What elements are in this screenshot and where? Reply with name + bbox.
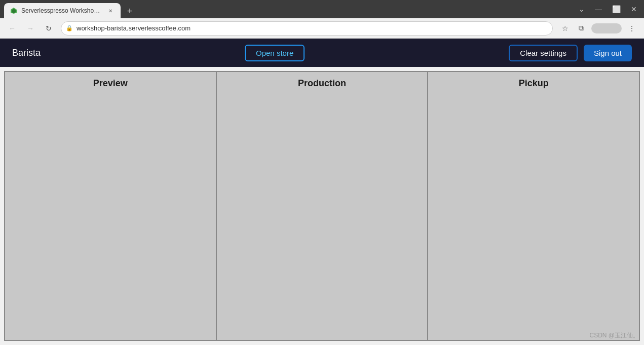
production-column: Production xyxy=(217,71,429,341)
header-actions: Clear settings Sign out xyxy=(509,45,632,61)
production-column-header: Production xyxy=(217,72,428,95)
browser-chrome: Serverlesspresso Workshop - Bar ✕ + ⌄ — … xyxy=(0,0,644,39)
active-tab[interactable]: Serverlesspresso Workshop - Bar ✕ xyxy=(4,3,121,18)
clear-settings-button[interactable]: Clear settings xyxy=(509,45,578,61)
main-content: Preview Production Pickup xyxy=(0,67,644,345)
tab-bar: Serverlesspresso Workshop - Bar ✕ + xyxy=(4,0,137,18)
preview-column-body xyxy=(5,95,216,340)
profile-button[interactable] xyxy=(591,23,622,33)
reload-button[interactable]: ↻ xyxy=(43,22,55,34)
app-header: Barista Open store Clear settings Sign o… xyxy=(0,39,644,67)
address-bar: ← → ↻ 🔒 workshop-barista.serverlesscoffe… xyxy=(0,18,644,39)
lock-icon: 🔒 xyxy=(66,25,73,31)
back-button[interactable]: ← xyxy=(6,22,18,34)
window-maximize-button[interactable]: ⬜ xyxy=(609,4,624,14)
split-view-button[interactable]: ⧉ xyxy=(575,22,587,34)
sign-out-button[interactable]: Sign out xyxy=(584,45,632,61)
open-store-button[interactable]: Open store xyxy=(245,45,305,61)
window-close-button[interactable]: ✕ xyxy=(628,4,640,14)
new-tab-button[interactable]: + xyxy=(123,4,137,18)
address-input[interactable]: workshop-barista.serverlesscoffee.com xyxy=(61,21,553,36)
window-controls: ⌄ — ⬜ ✕ xyxy=(576,4,640,14)
production-column-body xyxy=(217,95,428,340)
menu-button[interactable]: ⋮ xyxy=(626,22,638,34)
pickup-column-body xyxy=(428,95,639,340)
tab-favicon xyxy=(10,7,17,14)
preview-column-header: Preview xyxy=(5,72,216,95)
window-chevron-icon[interactable]: ⌄ xyxy=(576,4,588,14)
tab-title: Serverlesspresso Workshop - Bar xyxy=(21,7,102,14)
address-bar-wrapper: 🔒 workshop-barista.serverlesscoffee.com xyxy=(61,21,553,36)
bookmark-button[interactable]: ☆ xyxy=(559,22,571,34)
window-minimize-button[interactable]: — xyxy=(592,4,605,14)
header-center: Open store xyxy=(41,45,509,61)
pickup-column: Pickup xyxy=(428,71,640,341)
tab-close-button[interactable]: ✕ xyxy=(106,7,115,15)
pickup-column-header: Pickup xyxy=(428,72,639,95)
forward-button[interactable]: → xyxy=(24,22,36,34)
browser-action-buttons: ☆ ⧉ ⋮ xyxy=(559,22,638,34)
browser-title-bar: Serverlesspresso Workshop - Bar ✕ + ⌄ — … xyxy=(0,0,644,18)
watermark: CSDN @玉江仙。 xyxy=(589,331,639,340)
preview-column: Preview xyxy=(4,71,217,341)
app-title: Barista xyxy=(12,48,41,58)
